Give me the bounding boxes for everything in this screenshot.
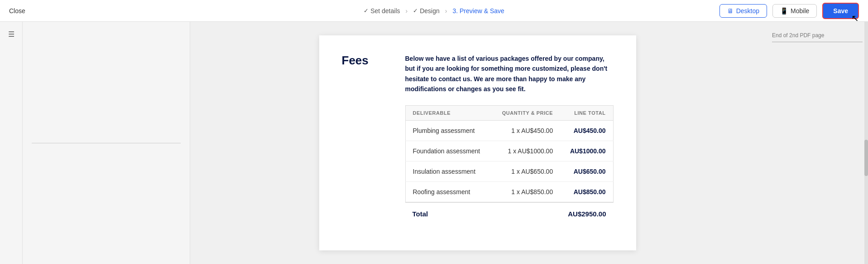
quantity-price-cell: 1 x AU$450.00: [491, 120, 560, 141]
line-total-cell: AU$450.00: [560, 120, 613, 141]
deliverable-cell: Foundation assessment: [405, 141, 491, 161]
line-total-cell: AU$1000.00: [560, 141, 613, 161]
fees-table: DELIVERABLE QUANTITY & PRICE LINE TOTAL …: [405, 105, 614, 202]
step-separator-2: ›: [445, 7, 447, 15]
table-row: Insulation assessment 1 x AU$650.00 AU$6…: [405, 161, 613, 181]
step-label-design: Design: [420, 7, 440, 15]
monitor-icon: [727, 7, 734, 15]
check-icon-design: ✓: [413, 7, 418, 14]
header: Close ✓ Set details › ✓ Design › 3. Prev…: [0, 0, 868, 22]
fees-table-head: DELIVERABLE QUANTITY & PRICE LINE TOTAL: [405, 105, 613, 120]
table-row: Plumbing assessment 1 x AU$450.00 AU$450…: [405, 120, 613, 141]
step-label-preview-save: 3. Preview & Save: [452, 7, 504, 15]
desktop-button[interactable]: Desktop: [719, 4, 767, 18]
col-deliverable: DELIVERABLE: [405, 105, 491, 120]
main-content: Fees Below we have a list of various pac…: [190, 22, 765, 264]
line-total-cell: AU$650.00: [560, 161, 613, 181]
desktop-label: Desktop: [736, 7, 759, 15]
fees-title: Fees: [342, 54, 387, 68]
sidebar-menu-icon[interactable]: ☰: [5, 27, 18, 41]
deliverable-cell: Roofing assessment: [405, 181, 491, 202]
mobile-button[interactable]: Mobile: [772, 4, 817, 18]
right-panel: End of 2nd PDF page: [765, 22, 864, 264]
header-steps: ✓ Set details › ✓ Design › 3. Preview & …: [364, 7, 504, 15]
panel-divider: [32, 143, 181, 143]
total-row: Total AU$2950.00: [405, 202, 614, 225]
total-label: Total: [412, 210, 428, 218]
step-separator-1: ›: [406, 7, 408, 15]
header-right: Desktop Mobile Save: [719, 3, 859, 19]
step-label-set-details: Set details: [370, 7, 400, 15]
header-left: Close: [9, 7, 25, 15]
scrollbar-thumb[interactable]: [864, 140, 868, 176]
page-line: [772, 42, 863, 42]
deliverable-cell: Insulation assessment: [405, 161, 491, 181]
quantity-price-cell: 1 x AU$650.00: [491, 161, 560, 181]
fees-section: Fees Below we have a list of various pac…: [342, 54, 614, 225]
page-marker: End of 2nd PDF page: [772, 31, 857, 42]
document-area: Fees Below we have a list of various pac…: [319, 35, 636, 250]
scrollbar[interactable]: [864, 22, 868, 264]
fees-table-body: Plumbing assessment 1 x AU$450.00 AU$450…: [405, 120, 613, 202]
fees-body: Below we have a list of various packages…: [405, 54, 614, 225]
col-line-total: LINE TOTAL: [560, 105, 613, 120]
body-layout: ☰ Fees Below we have a list of various p…: [0, 22, 868, 264]
save-button[interactable]: Save: [822, 3, 859, 19]
deliverable-cell: Plumbing assessment: [405, 120, 491, 141]
sidebar: ☰: [0, 22, 23, 264]
check-icon-set-details: ✓: [364, 7, 369, 14]
page-marker-label: End of 2nd PDF page: [772, 32, 824, 39]
fees-description: Below we have a list of various packages…: [405, 54, 614, 94]
col-quantity-price: QUANTITY & PRICE: [491, 105, 560, 120]
line-total-cell: AU$850.00: [560, 181, 613, 202]
table-row: Foundation assessment 1 x AU$1000.00 AU$…: [405, 141, 613, 161]
quantity-price-cell: 1 x AU$850.00: [491, 181, 560, 202]
mobile-icon: [780, 7, 788, 15]
step-design[interactable]: ✓ Design: [413, 7, 440, 15]
hamburger-icon: ☰: [8, 30, 14, 39]
table-row: Roofing assessment 1 x AU$850.00 AU$850.…: [405, 181, 613, 202]
mobile-label: Mobile: [791, 7, 809, 15]
step-set-details[interactable]: ✓ Set details: [364, 7, 400, 15]
close-button[interactable]: Close: [9, 7, 25, 15]
step-preview-save[interactable]: 3. Preview & Save: [452, 7, 504, 15]
left-panel: [23, 22, 190, 264]
total-value: AU$2950.00: [568, 210, 606, 218]
fees-table-header-row: DELIVERABLE QUANTITY & PRICE LINE TOTAL: [405, 105, 613, 120]
quantity-price-cell: 1 x AU$1000.00: [491, 141, 560, 161]
